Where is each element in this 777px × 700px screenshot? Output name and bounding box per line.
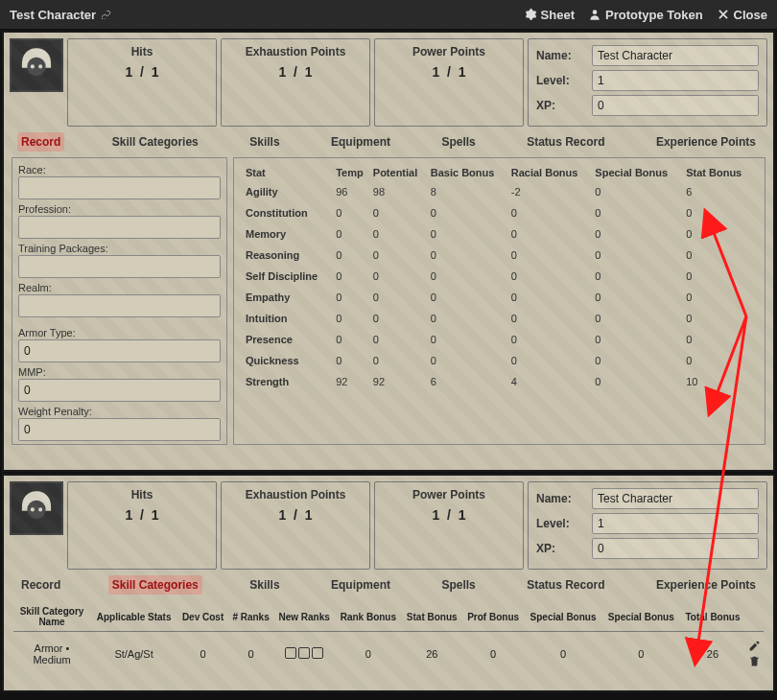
race-input[interactable] bbox=[18, 176, 221, 199]
name-input[interactable] bbox=[592, 488, 759, 509]
training-label: Training Packages: bbox=[18, 243, 221, 254]
hits-box: Hits 1 / 1 bbox=[67, 481, 217, 570]
tab-equipment[interactable]: Equipment bbox=[327, 575, 394, 595]
sheet-button[interactable]: Sheet bbox=[524, 8, 575, 22]
exhaustion-max: 1 bbox=[305, 64, 313, 80]
stat-cell-stat: 0 bbox=[684, 266, 755, 287]
armor-type-input[interactable] bbox=[18, 339, 221, 362]
tab-record[interactable]: Record bbox=[17, 575, 64, 595]
xp-label: XP: bbox=[536, 99, 586, 112]
stat-cell-stat: 10 bbox=[684, 371, 755, 392]
stat-cell-basic: 6 bbox=[429, 371, 509, 392]
edit-icon[interactable] bbox=[748, 640, 761, 652]
svg-point-6 bbox=[38, 507, 42, 511]
hits-label: Hits bbox=[72, 45, 212, 58]
sc-col-special1: Special Bonus bbox=[524, 602, 601, 632]
stat-cell-stat: 0 bbox=[684, 223, 755, 245]
tab-skill-categories[interactable]: Skill Categories bbox=[108, 132, 202, 152]
tab-experience-points[interactable]: Experience Points bbox=[652, 575, 760, 595]
stat-cell-stat: 0 bbox=[684, 202, 755, 223]
stat-cell-racial: 0 bbox=[509, 329, 594, 350]
stat-cell-potential: 0 bbox=[371, 350, 429, 371]
xp-input[interactable] bbox=[592, 95, 759, 116]
record-header-row: Hits 1 / 1 Exhaustion Points 1 / 1 Power… bbox=[4, 33, 773, 132]
sc-total-bonus: 26 bbox=[680, 632, 745, 676]
level-input[interactable] bbox=[592, 70, 759, 91]
tab-skills[interactable]: Skills bbox=[246, 132, 283, 152]
profession-input[interactable] bbox=[18, 216, 221, 239]
stat-cell-stat: 0 bbox=[684, 245, 755, 266]
gear-icon bbox=[524, 8, 537, 21]
hits-max: 1 bbox=[152, 64, 159, 80]
sc-prof-bonus: 0 bbox=[462, 632, 525, 676]
skill-category-table: Skill Category Name Applicable Stats Dev… bbox=[4, 600, 773, 683]
record-content: Race: Profession: Training Packages: Rea… bbox=[4, 157, 773, 453]
record-left-fields: Race: Profession: Training Packages: Rea… bbox=[12, 157, 227, 445]
stat-cell-name: Quickness bbox=[244, 350, 334, 371]
col-temp: Temp bbox=[334, 164, 371, 181]
stat-cell-name: Memory bbox=[244, 223, 334, 245]
stat-cell-special: 0 bbox=[593, 223, 684, 245]
sc-col-prof-bonus: Prof Bonus bbox=[462, 602, 525, 632]
sc-new-ranks[interactable] bbox=[273, 632, 335, 676]
armor-type-label: Armor Type: bbox=[18, 327, 221, 338]
power-box: Power Points 1 / 1 bbox=[374, 38, 524, 127]
stat-cell-temp: 0 bbox=[334, 266, 371, 287]
stat-cell-potential: 0 bbox=[371, 202, 429, 223]
col-racial-bonus: Racial Bonus bbox=[509, 164, 594, 181]
stat-cell-basic: 0 bbox=[429, 245, 509, 266]
tab-spells[interactable]: Spells bbox=[437, 575, 479, 595]
tab-status-record[interactable]: Status Record bbox=[523, 575, 608, 595]
name-label: Name: bbox=[536, 49, 586, 62]
stat-row: Strength929264010 bbox=[244, 371, 755, 392]
tab-record[interactable]: Record bbox=[17, 132, 64, 152]
stat-row: Self Discipline000000 bbox=[244, 266, 755, 287]
stat-cell-basic: 8 bbox=[429, 181, 509, 202]
record-pane: Hits 1 / 1 Exhaustion Points 1 / 1 Power… bbox=[2, 31, 775, 472]
training-input[interactable] bbox=[18, 255, 221, 278]
stat-row: Memory000000 bbox=[244, 223, 755, 245]
exhaustion-box: Exhaustion Points 1 / 1 bbox=[221, 481, 370, 570]
power-label: Power Points bbox=[379, 45, 519, 58]
svg-point-4 bbox=[27, 501, 45, 519]
svg-point-5 bbox=[31, 507, 35, 511]
mmp-input[interactable] bbox=[18, 379, 221, 402]
stat-cell-special: 0 bbox=[593, 371, 684, 392]
xp-input[interactable] bbox=[592, 538, 759, 559]
stat-row: Presence000000 bbox=[244, 329, 755, 350]
tab-experience-points[interactable]: Experience Points bbox=[652, 132, 760, 152]
tab-spells[interactable]: Spells bbox=[437, 132, 479, 152]
stat-cell-potential: 92 bbox=[371, 371, 429, 392]
tab-status-record[interactable]: Status Record bbox=[523, 132, 608, 152]
tab-skills[interactable]: Skills bbox=[246, 575, 283, 595]
tab-equipment[interactable]: Equipment bbox=[327, 132, 394, 152]
avatar[interactable] bbox=[10, 38, 63, 92]
exhaustion-box: Exhaustion Points 1 / 1 bbox=[221, 38, 370, 127]
sc-col-stat-bonus: Stat Bonus bbox=[402, 602, 462, 632]
level-input[interactable] bbox=[592, 513, 759, 534]
weight-penalty-input[interactable] bbox=[18, 418, 221, 441]
sc-dev-cost: 0 bbox=[177, 632, 228, 676]
sc-special1: 0 bbox=[524, 632, 601, 676]
stat-cell-name: Empathy bbox=[244, 287, 334, 308]
sc-rank-bonus: 0 bbox=[335, 632, 401, 676]
trash-icon[interactable] bbox=[748, 655, 761, 667]
skill-category-row: Armor •Medium St/Ag/St 0 0 0 26 0 0 0 26 bbox=[13, 632, 764, 676]
name-input[interactable] bbox=[592, 45, 759, 66]
stat-cell-potential: 0 bbox=[371, 287, 429, 308]
sc-col-dev-cost: Dev Cost bbox=[177, 602, 228, 632]
stat-row: Reasoning000000 bbox=[244, 245, 755, 266]
avatar[interactable] bbox=[10, 481, 63, 535]
avatar-icon bbox=[15, 44, 58, 86]
realm-input[interactable] bbox=[18, 294, 221, 317]
stat-row: Agility96988-206 bbox=[244, 181, 755, 202]
stat-cell-stat: 6 bbox=[684, 181, 755, 202]
exhaustion-max: 1 bbox=[305, 507, 313, 523]
prototype-token-button[interactable]: Prototype Token bbox=[588, 8, 703, 22]
close-button[interactable]: Close bbox=[717, 8, 767, 22]
tab-skill-categories[interactable]: Skill Categories bbox=[108, 575, 202, 595]
stat-cell-basic: 0 bbox=[429, 350, 509, 371]
close-icon bbox=[717, 8, 730, 21]
power-max: 1 bbox=[459, 64, 466, 80]
sc-col-total: Total Bonus bbox=[680, 602, 745, 632]
